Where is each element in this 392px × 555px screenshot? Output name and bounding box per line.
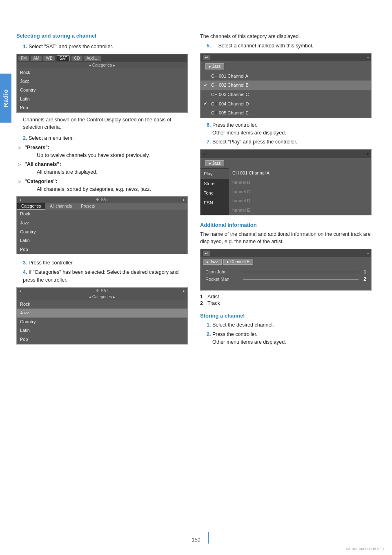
screen2-row3: Latin [17, 236, 187, 245]
step1: 1. Select "SAT" and press the controller… [16, 43, 188, 51]
step7-number: 7. [207, 139, 211, 145]
side-tab-label: Radio [2, 89, 9, 107]
step2: 2. Select a menu item: [16, 134, 188, 142]
screen1-row4: Pop [17, 103, 187, 112]
tab-sat: SAT [57, 55, 70, 61]
step6-detail: Other menu items are displayed. [207, 130, 286, 136]
screen2: ◂ ✈ SAT ▸ Categories All channels Preset… [16, 196, 188, 254]
left-column: Selecting and storing a channel 1. Selec… [16, 33, 188, 348]
side-tab: Radio [0, 74, 11, 123]
screen3-sat: SAT [101, 289, 109, 293]
step3-number: 3. [23, 260, 27, 266]
screen6-artist-line [243, 272, 359, 272]
screen2-topbar: ◂ ✈ SAT ▸ [17, 197, 187, 203]
screen3-icon: ✈ [96, 289, 99, 293]
legend2: 2 Track [200, 300, 372, 306]
screen4-jazz-tab: ▸ Jazz [205, 63, 224, 69]
step7-text: Select "Play" and press the controller. [212, 139, 297, 145]
step5-text: Select a channel marked with this symbol… [218, 43, 313, 49]
screen5: ↩ ▪ ▸ Jazz Play Store Tone ESN CH 001 Ch… [200, 149, 372, 215]
screen4-ch4-check: ✔ [204, 100, 209, 107]
screen4-ch4: ✔ CH 004 Channel D [200, 99, 371, 109]
ctx-ch3: hannel C [231, 187, 370, 197]
screen2-back: ◂ [19, 197, 21, 202]
bullet3: "Categories": All channels, sorted by ca… [16, 178, 188, 193]
screen1-topbar: FM AM WB SAT CD Audi… [17, 54, 187, 62]
step3-text: Press the controller. [29, 260, 74, 266]
section-title-selecting: Selecting and storing a channel [16, 33, 188, 39]
screen3-row4: Pop [17, 335, 187, 344]
screen6-track-num: 2 [363, 276, 366, 282]
screen4-ch5-label: CH 005 Channel E [211, 109, 249, 117]
ctx-ch1: CH 001 Channel A [231, 168, 370, 178]
legend1-num: 1 [200, 294, 205, 300]
screen4-ch4-label: CH 004 Channel D [211, 100, 249, 108]
bullet1-detail: Up to twelve channels you have stored pr… [24, 152, 150, 158]
screen2-center: ✈ SAT [96, 197, 109, 202]
step5-number: 5. [207, 43, 211, 49]
screen6-artist-num: 1 [363, 269, 366, 275]
bullet1: "Presets": Up to twelve channels you hav… [16, 144, 188, 159]
screen3-header-text: ◂ Categories ▸ [89, 295, 115, 299]
screen2-tab-presets: Presets [76, 203, 99, 210]
screen4-ch3-check [204, 91, 209, 98]
section-additional: Additional information [200, 222, 372, 228]
step1-text: Select "SAT" and press the controller. [29, 44, 113, 49]
step4-text: If "Categories" has been selected: Selec… [23, 269, 178, 283]
note1: Channels are shown on the Control Displa… [16, 116, 188, 132]
screen1-header: ◂ Categories ▸ [17, 62, 187, 68]
ctx-ch4: hannel D [231, 196, 370, 206]
step4: 4. If "Categories" has been selected: Se… [16, 269, 188, 284]
tab-wb: WB [43, 56, 55, 61]
screen4-ch1-label: CH 001 Channel A [211, 72, 248, 80]
step6-number: 6. [207, 122, 211, 128]
screen6-content: Elton John 1 Rocket Man 2 [200, 266, 371, 290]
step4-number: 4. [23, 269, 27, 275]
screen5-top-right: ▪ [367, 151, 369, 157]
ctx-ch5: hannel E [231, 206, 370, 215]
legend1: 1 Artist [200, 294, 372, 300]
screen4-ch1-check [204, 72, 209, 79]
screen5-topbar: ↩ ▪ [200, 150, 371, 158]
ctx-menu-play: Play [200, 169, 229, 179]
screen3: ◂ ✈ SAT ▸ ◂ Categories ▸ Rock Jazz Count… [16, 287, 188, 345]
store-step1-text: Select the desired channel. [212, 322, 274, 328]
screen2-tabs: Categories All channels Presets [17, 203, 187, 210]
screen5-menu: Play Store Tone ESN [200, 168, 229, 215]
step1-number: 1. [23, 44, 27, 49]
right-column: The channels of this category are displa… [200, 33, 372, 348]
screen2-row0: Rock [17, 210, 187, 219]
step5-check: ✔ [212, 43, 217, 49]
bullet3-label: "Categories": [24, 179, 58, 184]
step6: 6. Press the controller. Other menu item… [200, 121, 372, 137]
screen5-channels: CH 001 Channel A hannel B hannel C hanne… [229, 168, 371, 215]
legend2-label: Track [207, 300, 220, 306]
screen4-ch5: CH 005 Channel E [200, 108, 371, 118]
screen4: ↩ ▪ ▸ Jazz CH 001 Channel A ✔ CH 002 Cha… [200, 53, 372, 118]
store-step2-text: Press the controller. [212, 331, 257, 337]
screen3-row0: Rock [17, 300, 187, 309]
screen4-ch1: CH 001 Channel A [200, 72, 371, 81]
screen6-track-row: Rocket Man 2 [205, 276, 366, 282]
screen2-icon: ✈ [96, 197, 99, 202]
ctx-menu-esn: ESN [200, 198, 229, 208]
screen2-tab-categories: Categories [17, 203, 45, 210]
store-step2-detail: Other menu items are displayed. [207, 339, 286, 345]
screen6-top-right: ▪ [367, 251, 369, 255]
screen3-row3: Latin [17, 326, 187, 335]
tab-fm: FM [18, 56, 29, 61]
screen6-track-line [243, 279, 359, 280]
step6-text: Press the controller. [212, 122, 257, 128]
screen5-back: ↩ [203, 151, 207, 157]
screen2-row1: Jazz [17, 219, 187, 228]
screen4-ch3-label: CH 003 Channel C [211, 91, 249, 98]
screen1-header-text: ◂ Categories ▸ [89, 63, 115, 67]
screen6: ↩ ▪ ▸ Jazz ▸ Channel B Elton John 1 Rock… [200, 249, 372, 291]
screen2-row2: Country [17, 228, 187, 237]
screen4-ch5-check [204, 110, 209, 116]
screen3-row2: Country [17, 318, 187, 327]
screen3-forward: ▸ [183, 289, 185, 293]
screen1-row0: Rock [17, 68, 187, 77]
screen4-back: ↩ [203, 55, 210, 60]
store-step1-number: 1. [207, 322, 211, 328]
